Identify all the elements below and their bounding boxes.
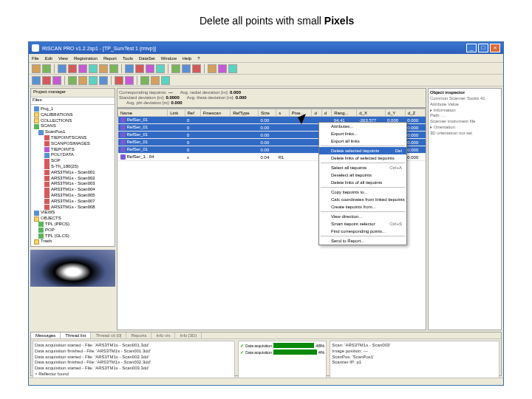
- context-menu-item[interactable]: Find corresponding points...: [319, 228, 406, 235]
- menu-item[interactable]: Registration: [74, 56, 98, 61]
- bottom-tab[interactable]: Thread list: [61, 332, 91, 338]
- tree-item[interactable]: SCANPOSIMAGES: [33, 141, 113, 147]
- close-button[interactable]: ×: [490, 44, 500, 52]
- tool-icon[interactable]: [32, 76, 41, 85]
- context-menu-item[interactable]: Copy tiepoints to...: [319, 188, 406, 196]
- bottom-tabs[interactable]: MessagesThread listThread ctl [0]Reports…: [31, 332, 501, 339]
- tree-item[interactable]: CALIBRATIONS: [33, 112, 113, 118]
- tree-item[interactable]: ARS3TM1s - Scan002: [33, 176, 113, 182]
- tool-icon[interactable]: [125, 76, 134, 85]
- menu-item[interactable]: Report: [103, 56, 117, 61]
- menu-item[interactable]: View: [58, 56, 68, 61]
- tool-icon[interactable]: [218, 64, 227, 73]
- context-menu[interactable]: Attributes...Export links...Export all l…: [318, 122, 407, 245]
- menu-item[interactable]: Help: [183, 56, 191, 61]
- tree-item[interactable]: S-Th_180(25): [33, 164, 113, 170]
- context-menu-item[interactable]: Deselect all tiepoints: [319, 171, 406, 179]
- tree-item[interactable]: Trash: [33, 239, 113, 245]
- context-menu-item[interactable]: Delete selected tiepointsDel: [319, 147, 406, 154]
- tool-icon[interactable]: [171, 64, 180, 73]
- tool-icon[interactable]: [89, 64, 98, 73]
- menu-item[interactable]: DataSet: [139, 56, 155, 61]
- tool-icon[interactable]: [68, 76, 77, 85]
- tree-item[interactable]: POLYDATA: [33, 152, 113, 158]
- tree-item[interactable]: POP: [33, 228, 113, 233]
- tree-item[interactable]: ScanPos1: [33, 129, 113, 135]
- tiepoints-grid[interactable]: NameLinkRefFinescanRefTypeSizesPixe...dd…: [117, 108, 426, 330]
- tool-icon[interactable]: [78, 64, 87, 73]
- context-menu-item[interactable]: Attributes...: [319, 123, 406, 130]
- tree-item[interactable]: ARS3TM1s - Scan008: [33, 205, 113, 211]
- column-header[interactable]: Size: [259, 109, 276, 117]
- tree-item[interactable]: TIEPOINTS: [33, 147, 113, 153]
- context-menu-item[interactable]: Select all tiepointsCtrl+A: [319, 164, 406, 171]
- tool-icon[interactable]: [192, 64, 201, 73]
- tool-icon[interactable]: [125, 64, 134, 73]
- context-menu-item[interactable]: Smart tiepoint selectorCtrl+S: [319, 220, 406, 228]
- column-header[interactable]: d_Y: [385, 109, 405, 117]
- column-header[interactable]: d_X: [357, 109, 385, 117]
- tree-item[interactable]: SOP: [33, 158, 113, 164]
- menu-item[interactable]: Window: [161, 56, 177, 61]
- tool-icon[interactable]: [156, 64, 165, 73]
- bottom-tab[interactable]: Reports: [126, 332, 151, 338]
- tool-icon[interactable]: [42, 76, 51, 85]
- tree-item[interactable]: SCANS: [33, 123, 113, 129]
- tree-item[interactable]: OBJECTS: [33, 216, 113, 222]
- context-menu-item[interactable]: View direction...: [319, 213, 406, 220]
- column-header[interactable]: Finescan: [200, 109, 231, 117]
- tool-icon[interactable]: [89, 76, 98, 85]
- context-menu-item[interactable]: Send to Report...: [319, 237, 406, 245]
- column-header[interactable]: RefType: [231, 109, 259, 117]
- tree-item[interactable]: TPL (PRCS): [33, 222, 113, 228]
- column-header[interactable]: Pixe...: [289, 109, 312, 117]
- bottom-tab[interactable]: Info [3D]: [175, 332, 202, 338]
- context-menu-item[interactable]: Create tiepoints from...: [319, 203, 406, 211]
- maximize-button[interactable]: □: [478, 44, 488, 52]
- tool-icon[interactable]: [52, 76, 61, 85]
- context-menu-item[interactable]: Delete links of all tiepoints: [319, 179, 406, 186]
- tree-item[interactable]: Proj_1: [33, 106, 113, 112]
- menu-item[interactable]: ?: [197, 56, 200, 61]
- tool-icon[interactable]: [140, 76, 149, 85]
- bottom-tab[interactable]: Info vis: [151, 332, 175, 338]
- column-header[interactable]: d_Z: [405, 109, 425, 117]
- tool-icon[interactable]: [42, 64, 51, 73]
- tool-icon[interactable]: [182, 64, 191, 73]
- tree-item[interactable]: ARS3TM1s - Scan003: [33, 181, 113, 187]
- tool-icon[interactable]: [99, 64, 108, 73]
- menu-item[interactable]: Tools: [123, 56, 133, 61]
- tool-icon[interactable]: [115, 76, 123, 85]
- panel-tab[interactable]: Files: [31, 98, 115, 105]
- tool-icon[interactable]: [161, 76, 170, 85]
- tree-item[interactable]: ARS3TM1s - Scan004: [33, 187, 113, 193]
- column-header[interactable]: d: [321, 109, 331, 117]
- column-header[interactable]: Rang...: [332, 109, 357, 117]
- tool-icon[interactable]: [146, 64, 154, 73]
- column-header[interactable]: d: [312, 109, 321, 117]
- menu-item[interactable]: Edit: [45, 56, 52, 61]
- tool-icon[interactable]: [32, 64, 41, 73]
- tree-item[interactable]: TIEPOINTSCANS: [33, 135, 113, 141]
- tool-icon[interactable]: [99, 76, 108, 85]
- column-header[interactable]: Ref: [185, 109, 200, 117]
- context-menu-item[interactable]: Calc coordinates from linked tiepoints: [319, 196, 406, 203]
- column-header[interactable]: s: [276, 109, 290, 117]
- tree-item[interactable]: COLLECTIONS: [33, 118, 113, 124]
- context-menu-item[interactable]: Export all links: [319, 137, 406, 145]
- tree-item[interactable]: TPL (GLCS): [33, 233, 113, 239]
- bottom-tab[interactable]: Messages: [31, 332, 61, 338]
- minimize-button[interactable]: _: [466, 44, 477, 52]
- column-header[interactable]: Link: [168, 109, 185, 117]
- tree-item[interactable]: VIEWS: [33, 210, 113, 216]
- tree-item[interactable]: ARS3TM1s - Scan005: [33, 193, 113, 199]
- tool-icon[interactable]: [208, 64, 216, 73]
- tree-item[interactable]: ARS3TM1s - Scan001: [33, 170, 113, 176]
- bottom-tab[interactable]: Thread ctl [0]: [91, 332, 126, 338]
- tool-icon[interactable]: [68, 64, 77, 73]
- project-tree[interactable]: Proj_1CALIBRATIONSCOLLECTIONSSCANSScanPo…: [31, 105, 115, 246]
- context-menu-item[interactable]: Export links...: [319, 130, 406, 137]
- column-header[interactable]: Name: [118, 109, 168, 117]
- tool-icon[interactable]: [109, 64, 118, 73]
- tool-icon[interactable]: [78, 76, 87, 85]
